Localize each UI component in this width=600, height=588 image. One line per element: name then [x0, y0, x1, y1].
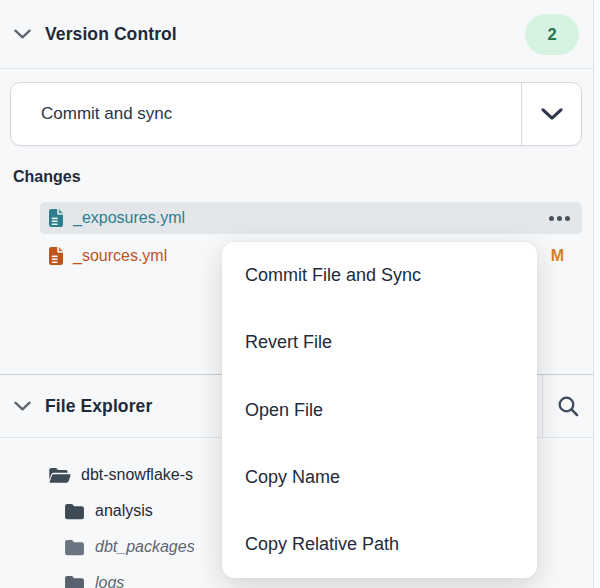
menu-item-commit-file-and-sync[interactable]: Commit File and Sync — [222, 242, 537, 309]
version-control-title: Version Control — [45, 24, 177, 45]
changes-section-label: Changes — [13, 168, 81, 186]
search-icon — [556, 394, 580, 418]
yml-file-icon — [48, 208, 64, 228]
commit-dropdown-caret[interactable] — [521, 83, 581, 145]
changes-count-badge: 2 — [525, 14, 579, 55]
change-file-name: _exposures.yml — [73, 209, 185, 227]
commit-dropdown-selected-label: Commit and sync — [11, 104, 172, 124]
menu-item-copy-name[interactable]: Copy Name — [222, 444, 537, 511]
file-search-button[interactable] — [542, 375, 593, 437]
menu-item-open-file[interactable]: Open File — [222, 376, 537, 443]
modified-status-badge: M — [551, 247, 564, 265]
change-row-exposures[interactable]: _exposures.yml — [40, 202, 582, 234]
folder-icon — [64, 575, 85, 588]
folder-icon — [64, 503, 85, 520]
folder-open-icon — [48, 466, 71, 484]
folder-icon — [64, 539, 85, 556]
tree-item-label: logs — [95, 574, 124, 588]
commit-and-sync-dropdown[interactable]: Commit and sync — [10, 82, 582, 146]
version-control-header[interactable]: Version Control 2 — [0, 0, 593, 69]
yml-file-icon — [48, 246, 64, 266]
scrollbar-gutter[interactable] — [593, 0, 600, 588]
more-options-icon[interactable] — [547, 212, 572, 225]
menu-item-copy-relative-path[interactable]: Copy Relative Path — [222, 511, 537, 578]
chevron-down-icon — [541, 108, 563, 120]
chevron-down-icon[interactable] — [14, 29, 31, 39]
file-explorer-title: File Explorer — [45, 396, 152, 417]
menu-item-revert-file[interactable]: Revert File — [222, 309, 537, 376]
file-context-menu: Commit File and Sync Revert File Open Fi… — [222, 242, 537, 578]
tree-item-label: dbt_packages — [95, 538, 195, 556]
change-file-name: _sources.yml — [73, 247, 167, 265]
tree-item-label: analysis — [95, 502, 153, 520]
tree-item-label: dbt-snowflake-s — [81, 466, 193, 484]
chevron-down-icon[interactable] — [14, 401, 31, 411]
